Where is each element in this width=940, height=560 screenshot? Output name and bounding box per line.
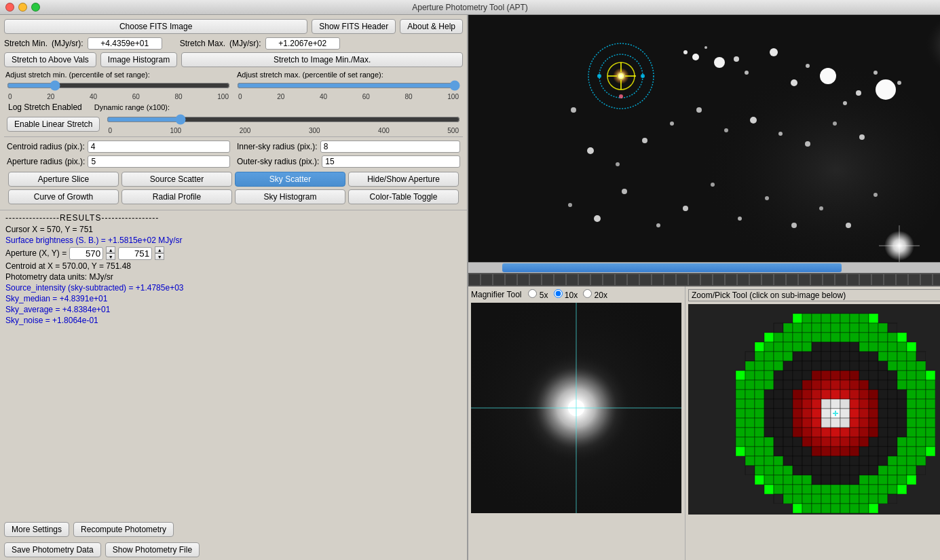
minimize-button[interactable]	[18, 3, 27, 12]
aperture-radius-label: Aperture radius (pix.):	[7, 157, 85, 166]
aperture-y-down[interactable]: ▼	[155, 253, 164, 260]
params-row-1: Centroid radius (pix.): Inner-sky radius…	[4, 139, 463, 154]
svg-point-12	[641, 74, 645, 78]
maximize-button[interactable]	[31, 3, 40, 12]
horizontal-scrollbar[interactable]: ▶	[468, 262, 940, 273]
horizontal-scroll-thumb[interactable]	[502, 263, 842, 272]
stretch-min-max-button[interactable]: Stretch to Image Min./Max.	[181, 52, 463, 67]
stretch-min-input[interactable]	[88, 37, 162, 50]
save-photometry-button[interactable]: Save Photometry Data	[4, 542, 101, 557]
radio-5x[interactable]	[528, 289, 537, 298]
radio-10x[interactable]	[554, 289, 563, 298]
adjust-min-label: Adjust stretch min. (percentile of set r…	[5, 71, 230, 79]
inner-sky-label: Inner-sky radius (pix.):	[237, 142, 318, 151]
results-section: ----------------RESULTS-----------------…	[0, 210, 467, 519]
hide-show-aperture-button[interactable]: Hide/Show Aperture	[348, 172, 459, 187]
aperture-x-input[interactable]	[69, 247, 103, 260]
strip-cell	[664, 274, 676, 286]
sky-histogram-button[interactable]: Sky Histogram	[235, 189, 345, 204]
svg-point-31	[616, 162, 620, 166]
aperture-x-spinner[interactable]: ▲ ▼	[106, 246, 115, 260]
show-header-button[interactable]: Show FITS Header	[312, 19, 396, 34]
choose-fits-button[interactable]: Choose FITS Image	[4, 19, 307, 34]
radio-20x-label[interactable]: 20x	[583, 289, 607, 300]
stretch-max-unit: (MJy/sr):	[229, 39, 261, 48]
show-photometry-file-button[interactable]: Show Photometry File	[105, 542, 200, 557]
svg-point-39	[833, 122, 837, 126]
svg-point-19	[745, 71, 749, 75]
aperture-xy-row: Aperture (X, Y) = ▲ ▼ ▲ ▼	[5, 246, 462, 260]
svg-point-17	[714, 57, 725, 68]
dynamic-range-slider-container: 0100200300400500	[107, 114, 460, 134]
sky-noise: Sky_noise = +1.8064e-01	[5, 316, 462, 325]
stretch-above-vals-button[interactable]: Stretch to Above Vals	[4, 52, 96, 67]
results-title: ----------------RESULTS-----------------	[5, 213, 462, 223]
strip-cell	[908, 274, 920, 286]
strip-cells: // Generate strip cells inline	[468, 274, 940, 286]
stretch-max-slider[interactable]	[237, 80, 460, 91]
stretch-min-slider-container: 020406080100	[7, 80, 230, 100]
color-table-toggle-button[interactable]: Color-Table Toggle	[348, 189, 459, 204]
aperture-x-up[interactable]: ▲	[106, 246, 115, 253]
dynamic-range-ticks: 0100200300400500	[107, 127, 460, 134]
stretch-max-input[interactable]	[265, 37, 340, 50]
inner-sky-input[interactable]	[320, 141, 460, 153]
svg-point-21	[791, 79, 797, 86]
aperture-y-up[interactable]: ▲	[155, 246, 164, 253]
radio-20x[interactable]	[583, 289, 592, 298]
window-controls[interactable]	[5, 3, 40, 12]
zoom-image[interactable]	[688, 304, 940, 515]
svg-point-45	[683, 206, 688, 211]
strip-cell	[835, 274, 847, 286]
fits-image-svg	[468, 15, 940, 273]
aperture-y-input[interactable]	[118, 247, 152, 260]
magnifier-image[interactable]	[471, 303, 681, 513]
fits-image-area[interactable]: ▲ ▼ ▶	[468, 15, 940, 273]
aperture-slice-button[interactable]: Aperture Slice	[8, 172, 119, 187]
zoom-pick-title: Zoom/Pick Tool (click on sub-image below…	[688, 289, 940, 301]
top-controls: Choose FITS Image Show FITS Header About…	[0, 15, 467, 210]
source-intensity: Source_intensity (sky-subtracted) = +1.4…	[5, 283, 462, 293]
radial-profile-button[interactable]: Radial Profile	[121, 189, 232, 204]
strip-cell	[505, 274, 517, 286]
aperture-x-down[interactable]: ▼	[106, 253, 115, 260]
strip-cell	[554, 274, 566, 286]
log-stretch-row: Log Stretch Enabled Dynamic range (x100)…	[4, 100, 463, 114]
svg-point-47	[738, 217, 742, 221]
svg-point-22	[806, 64, 810, 68]
strip-cell	[615, 274, 627, 286]
strip-cell	[920, 274, 933, 286]
outer-sky-input[interactable]	[322, 155, 460, 168]
strip-cell	[847, 274, 859, 286]
strip-cell	[542, 274, 554, 286]
stretch-min-label: Stretch Min.	[4, 39, 48, 48]
more-settings-button[interactable]: More Settings	[4, 522, 69, 537]
enable-linear-stretch-button[interactable]: Enable Linear Stretch	[7, 117, 100, 132]
aperture-y-spinner[interactable]: ▲ ▼	[155, 246, 164, 260]
sky-scatter-button[interactable]: Sky Scatter	[235, 172, 345, 187]
dynamic-range-slider[interactable]	[107, 114, 460, 125]
adjust-max-label: Adjust stretch max. (percentile of set r…	[237, 71, 462, 79]
close-button[interactable]	[5, 3, 14, 12]
recompute-photometry-button[interactable]: Recompute Photometry	[73, 522, 174, 537]
strip-cell	[798, 274, 810, 286]
strip-cell	[652, 274, 664, 286]
about-help-button[interactable]: About & Help	[400, 19, 463, 34]
radio-5x-label[interactable]: 5x	[528, 289, 548, 300]
svg-point-35	[724, 128, 728, 132]
image-histogram-button[interactable]: Image Histogram	[100, 52, 177, 67]
radio-10x-label[interactable]: 10x	[554, 289, 578, 300]
phot-units: Photometry data units: MJy/sr	[5, 272, 462, 282]
strip-cell	[676, 274, 688, 286]
curve-of-growth-button[interactable]: Curve of Growth	[8, 189, 119, 204]
strip-cell	[896, 274, 908, 286]
source-scatter-button[interactable]: Source Scatter	[121, 172, 232, 187]
magnifier-svg	[471, 303, 681, 513]
bottom-buttons-2: Save Photometry Data Show Photometry Fil…	[0, 540, 467, 560]
centroid-radius-input[interactable]	[88, 141, 230, 153]
bottom-buttons: More Settings Recompute Photometry	[0, 519, 467, 540]
svg-point-32	[642, 138, 647, 143]
strip-cell	[700, 274, 713, 286]
stretch-min-slider[interactable]	[7, 80, 230, 91]
aperture-radius-input[interactable]	[88, 155, 230, 168]
